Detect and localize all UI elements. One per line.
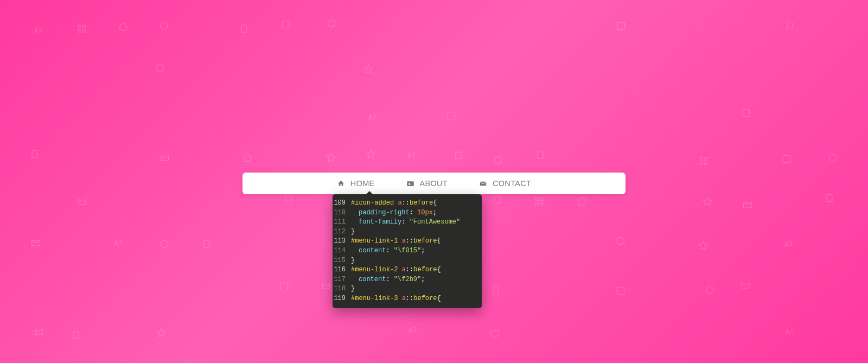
nav-item-about[interactable]: ABOUT	[406, 179, 448, 188]
bg-decor-icon	[58, 49, 100, 92]
bg-decor-icon	[15, 221, 56, 264]
bg-decor-icon	[601, 49, 643, 92]
bg-decor-icon	[183, 266, 225, 309]
code-content: content: "\f015";	[351, 246, 425, 256]
nav-item-home[interactable]: HOME	[337, 179, 375, 188]
bg-decor-icon	[599, 219, 641, 263]
bg-decor-icon	[102, 5, 144, 49]
svg-point-12	[617, 237, 624, 244]
line-number: 109	[333, 199, 351, 208]
bg-decor-icon	[434, 5, 476, 49]
svg-rect-2	[282, 21, 289, 28]
bg-decor-icon	[810, 222, 852, 266]
code-content: #menu-link-2 a::before{	[351, 265, 441, 275]
bg-decor-icon	[183, 309, 225, 353]
bg-decor-icon	[183, 5, 225, 49]
line-number: 111	[333, 218, 351, 227]
bg-decor-icon	[518, 92, 559, 136]
svg-point-3	[328, 20, 335, 27]
nav-label: HOME	[350, 179, 375, 188]
bg-decor-icon	[643, 179, 685, 222]
bg-decor-icon	[309, 353, 350, 363]
bg-decor-icon	[559, 222, 601, 266]
bg-decor-icon	[14, 132, 55, 176]
code-tooltip: 109#icon-added a::before{110padding-righ…	[333, 194, 482, 308]
bg-decor-icon	[810, 353, 852, 363]
code-line: 117content: "\f2b9";	[333, 275, 482, 285]
code-line: 118}	[333, 284, 482, 294]
nav-item-contact[interactable]: CONTACT	[479, 179, 531, 188]
bg-decor-icon	[263, 265, 305, 308]
bg-decor-icon	[601, 92, 643, 136]
svg-rect-6	[742, 109, 749, 116]
bg-decor-icon	[58, 351, 99, 363]
bg-decor-icon	[267, 92, 309, 136]
bg-decor-icon	[351, 95, 393, 138]
bg-decor-icon	[726, 309, 768, 353]
svg-point-10	[494, 196, 501, 203]
bg-decor-icon	[643, 222, 685, 266]
code-content: #menu-link-3 a::before{	[351, 294, 441, 304]
code-line: 115}	[333, 256, 482, 266]
line-number: 110	[333, 208, 351, 218]
bg-decor-icon	[18, 355, 60, 363]
bg-decor-icon	[600, 4, 642, 48]
bg-decor-icon	[350, 133, 392, 176]
bg-decor-icon	[140, 311, 182, 355]
bg-decor-icon	[100, 136, 142, 179]
bg-decor-icon	[97, 221, 139, 264]
bg-decor-icon	[682, 224, 724, 268]
bg-decor-icon	[225, 266, 267, 309]
bg-decor-icon	[16, 266, 58, 309]
bg-decor-icon	[267, 49, 309, 92]
svg-rect-4	[617, 22, 624, 29]
code-content: padding-right: 10px;	[351, 208, 437, 218]
bg-decor-icon	[559, 309, 601, 353]
bg-decor-icon	[183, 179, 225, 222]
code-line: 113#menu-link-1 a::before{	[333, 237, 482, 246]
bg-decor-icon	[100, 266, 142, 309]
bg-decor-icon	[391, 308, 433, 351]
bg-decor-icon	[765, 137, 807, 181]
bg-decor-icon	[474, 312, 515, 355]
demo-stage: HOME ABOUT CONTACT 109#icon-added a::bef…	[242, 173, 626, 194]
line-number: 113	[333, 237, 351, 246]
bg-decor-icon	[685, 49, 726, 92]
bg-decor-icon	[267, 309, 309, 353]
nav-label: ABOUT	[420, 179, 448, 188]
bg-decor-icon	[685, 92, 726, 136]
bg-decor-icon	[643, 309, 685, 353]
code-content: font-family: "FontAwesome"	[351, 218, 460, 227]
svg-rect-5	[448, 112, 455, 119]
bg-decor-icon	[58, 92, 100, 136]
bg-decor-icon	[434, 309, 476, 353]
bg-decor-icon	[350, 309, 392, 353]
code-line: 111font-family: "FontAwesome"	[333, 218, 482, 227]
bg-decor-icon	[183, 136, 225, 179]
bg-decor-icon	[142, 266, 183, 309]
bg-decor-icon	[643, 49, 685, 92]
bg-decor-icon	[645, 352, 687, 363]
bg-decor-icon	[682, 139, 724, 183]
bg-decor-icon	[724, 264, 766, 307]
bg-decor-icon	[390, 133, 432, 176]
code-line: 110padding-right: 10px;	[333, 208, 482, 218]
svg-rect-13	[280, 283, 288, 290]
bg-decor-icon	[768, 266, 810, 309]
bg-decor-icon	[430, 353, 472, 363]
bg-decor-icon	[518, 309, 559, 353]
bg-decor-icon	[559, 5, 601, 49]
svg-point-1	[160, 22, 167, 29]
bg-decor-icon	[476, 49, 518, 92]
bg-decor-icon	[265, 3, 307, 46]
bg-decor-icon	[767, 222, 809, 265]
bg-decor-icon	[810, 5, 852, 49]
svg-point-7	[494, 156, 501, 163]
bg-decor-icon	[518, 49, 559, 92]
line-number: 117	[333, 275, 351, 285]
svg-point-9	[829, 154, 837, 161]
bg-decor-icon	[726, 136, 768, 179]
bg-decor-icon	[389, 355, 431, 363]
bg-decor-icon	[559, 266, 601, 309]
bg-decor-icon	[267, 222, 309, 266]
